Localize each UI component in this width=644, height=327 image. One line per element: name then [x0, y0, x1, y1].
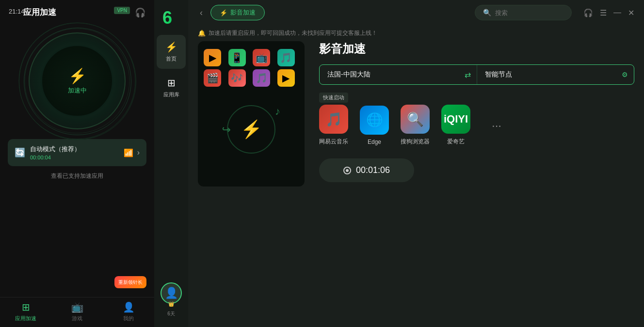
- grid-app-8[interactable]: ▶: [277, 69, 295, 87]
- music-note-icon: ♪: [275, 105, 280, 118]
- list-icon[interactable]: ☰: [600, 8, 607, 17]
- avatar-icon: 👤: [165, 287, 178, 299]
- vpn-badge: VPN: [114, 7, 130, 14]
- left-panel: 21:14 应用加速 VPN 🎧 ⚡ 加速中 🔄 自动模式（推荐） 00:00:…: [0, 0, 154, 327]
- apps-icon: ⊞: [167, 77, 176, 89]
- back-button[interactable]: ‹: [198, 6, 205, 20]
- sidebar: 6 ⚡ 首页 ⊞ 应用库 👤 👑 6天: [154, 0, 188, 327]
- search-bar[interactable]: 🔍: [475, 5, 572, 20]
- sidebar-item-home[interactable]: ⚡ 首页: [157, 35, 186, 69]
- notice-text: 加速后请重启应用，即可回国成功，未找到应用可提交客服上线！: [209, 29, 377, 37]
- quick-app-edge[interactable]: 🌐 Edge: [360, 106, 389, 145]
- grid-app-2[interactable]: 📱: [228, 49, 246, 66]
- promo-ring: ⚡: [227, 105, 275, 154]
- grid-app-6[interactable]: 🎶: [228, 69, 246, 87]
- server-switch-icon[interactable]: ⇄: [459, 70, 477, 79]
- circle-container: ⚡ 加速中: [29, 32, 126, 129]
- topbar: ‹ ⚡ 影音加速 🔍 🎧 ☰ — ✕: [188, 0, 644, 25]
- sidebar-item-apps[interactable]: ⊞ 应用库: [157, 71, 186, 105]
- promo-image: ▶ 📱 📺 🎵 🎬 🎶 🎵 ▶ ↩ ⚡ ♪: [198, 41, 305, 187]
- netease-label: 网易云音乐: [319, 138, 348, 146]
- main-content: ‹ ⚡ 影音加速 🔍 🎧 ☰ — ✕ 🔔 加速后请重启应用，即可回国成功，未找到…: [188, 0, 644, 327]
- logo-svg: 6: [161, 6, 182, 28]
- more-dots-icon: ···: [482, 111, 511, 140]
- iqiyi-icon: iQIYI: [441, 105, 470, 134]
- mode-name: 自动模式（推荐）: [30, 145, 119, 154]
- nav-item-apps[interactable]: ⊞ 应用加速: [0, 301, 51, 322]
- tab-label: 影音加速: [230, 8, 256, 17]
- netease-icon: 🎵: [319, 105, 348, 134]
- home-label: 首页: [166, 55, 177, 62]
- bottom-nav: ⊞ 应用加速 📺 游戏 👤 我的: [0, 297, 154, 327]
- sougou-icon: 🔍: [401, 105, 430, 134]
- promo-bolt-icon: ⚡: [241, 119, 262, 140]
- accelerating-text: 加速中: [68, 86, 87, 95]
- avatar-area[interactable]: 👤 👑 6天: [161, 282, 182, 317]
- minimize-icon[interactable]: —: [613, 8, 621, 17]
- quick-start-section: 快速启动 🎵 网易云音乐 🌐 Edge: [319, 93, 634, 146]
- stop-icon: [343, 167, 351, 174]
- search-input[interactable]: [495, 9, 564, 16]
- grid-app-5[interactable]: 🎬: [204, 69, 221, 87]
- app-title: 应用加速: [23, 7, 56, 18]
- circle-outer[interactable]: ⚡ 加速中: [29, 32, 126, 129]
- headset-icon[interactable]: 🎧: [583, 8, 593, 17]
- iqiyi-label: 爱奇艺: [447, 138, 465, 146]
- promo-graphic: ↩ ⚡ ♪: [222, 100, 280, 158]
- chevron-right-icon: ›: [137, 148, 140, 157]
- mode-time: 00:00:04: [30, 155, 119, 160]
- notice-icon: 🔔: [198, 30, 206, 37]
- mode-icon: 🔄: [15, 147, 25, 158]
- quick-app-iqiyi[interactable]: iQIYI 爱奇艺: [441, 105, 470, 146]
- time-display: 21:14: [9, 8, 25, 15]
- close-icon[interactable]: ✕: [628, 8, 634, 17]
- right-panel: 6 ⚡ 首页 ⊞ 应用库 👤 👑 6天 ‹ ⚡ 影音加速: [154, 0, 644, 327]
- quick-start-label: 快速启动: [319, 93, 348, 103]
- apps-nav-icon: ⊞: [22, 301, 30, 313]
- nav-item-games[interactable]: 📺 游戏: [51, 301, 103, 322]
- edge-icon: 🌐: [360, 106, 389, 135]
- avatar-circle: 👤 👑: [161, 282, 182, 304]
- right-content: 影音加速 法国-中国大陆 ⇄ 智能节点 ⚙ 快速启动 🎵: [319, 41, 634, 317]
- circle-area: ⚡ 加速中: [0, 32, 154, 129]
- server-filter-icon[interactable]: ⚙: [616, 71, 634, 78]
- mode-right: 📶 ›: [124, 148, 140, 157]
- active-tab[interactable]: ⚡ 影音加速: [210, 5, 265, 20]
- view-apps-link[interactable]: 查看已支持加速应用: [0, 172, 154, 180]
- avatar-days: 6天: [167, 311, 175, 317]
- quick-app-sougou[interactable]: 🔍 搜狗浏览器: [401, 105, 430, 146]
- circle-inner: ⚡ 加速中: [41, 45, 113, 117]
- grid-app-1[interactable]: ▶: [204, 49, 221, 66]
- stop-dot: [346, 169, 349, 172]
- stop-button[interactable]: 00:01:06: [319, 158, 414, 182]
- signal-icon: 📶: [124, 148, 133, 157]
- quick-app-netease[interactable]: 🎵 网易云音乐: [319, 105, 348, 146]
- games-nav-label: 游戏: [72, 315, 82, 322]
- server-selector[interactable]: 法国-中国大陆 ⇄ 智能节点 ⚙: [319, 64, 634, 85]
- headphone-icon[interactable]: 🎧: [135, 7, 145, 18]
- edge-label: Edge: [368, 139, 381, 145]
- server-right[interactable]: 智能节点: [477, 65, 616, 84]
- topbar-icons: 🎧 ☰ — ✕: [583, 8, 634, 17]
- more-apps-button[interactable]: ···: [482, 111, 511, 140]
- crown-icon: 👑: [168, 301, 174, 307]
- sougou-label: 搜狗浏览器: [401, 138, 430, 146]
- promo-apps-grid: ▶ 📱 📺 🎵 🎬 🎶 🎵 ▶: [198, 41, 305, 91]
- server-left[interactable]: 法国-中国大陆: [320, 65, 459, 84]
- logo-area: 6: [159, 5, 183, 29]
- games-nav-icon: 📺: [71, 301, 83, 313]
- tab-bolt-icon: ⚡: [220, 9, 227, 16]
- promo-badge[interactable]: 重新领针长: [114, 276, 146, 288]
- nav-item-profile[interactable]: 👤 我的: [103, 301, 154, 322]
- search-icon: 🔍: [483, 9, 491, 16]
- grid-app-7[interactable]: 🎵: [253, 69, 270, 87]
- svg-text:6: 6: [162, 8, 172, 28]
- promo-center: ↩ ⚡ ♪: [198, 100, 305, 158]
- quick-apps: 🎵 网易云音乐 🌐 Edge 🔍: [319, 105, 634, 146]
- grid-app-4[interactable]: 🎵: [277, 49, 295, 66]
- home-icon: ⚡: [165, 41, 177, 53]
- notice-bar: 🔔 加速后请重启应用，即可回国成功，未找到应用可提交客服上线！: [188, 25, 644, 41]
- timer-display: 00:01:06: [356, 165, 390, 175]
- profile-nav-icon: 👤: [123, 301, 135, 313]
- grid-app-3[interactable]: 📺: [253, 49, 270, 66]
